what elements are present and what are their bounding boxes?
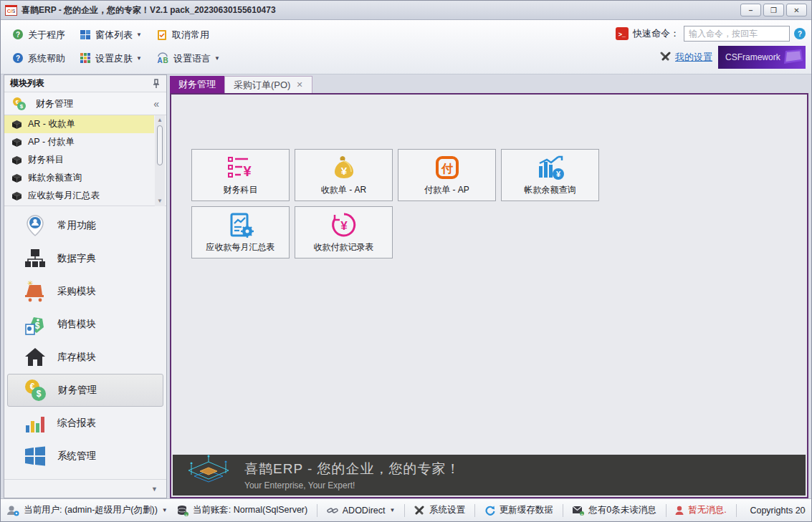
- cube-art-icon: [173, 455, 244, 496]
- close-button[interactable]: ✕: [786, 4, 807, 16]
- current-account[interactable]: + 当前账套: Normal(SqlServer): [177, 504, 307, 516]
- pin-icon[interactable]: [152, 79, 161, 89]
- cube-icon: [11, 191, 22, 201]
- module-item-monthly-summary[interactable]: 应收款每月汇总表: [4, 187, 154, 205]
- svg-text:?: ?: [798, 30, 802, 38]
- banner-title: 喜鹊ERP - 您的企业，您的专家！: [244, 460, 461, 478]
- system-settings[interactable]: 系统设置: [414, 504, 465, 516]
- module-list-scrollbar[interactable]: ▲ ▼: [155, 115, 165, 206]
- tab-finance[interactable]: 财务管理: [170, 76, 224, 93]
- money-bag-icon: ¥: [330, 155, 358, 180]
- svg-text:¥: ¥: [555, 170, 560, 178]
- collapse-button[interactable]: «: [153, 98, 159, 110]
- terminal-icon: >_: [616, 27, 629, 40]
- refresh-cache[interactable]: 更新缓存数据: [484, 504, 553, 516]
- org-chart-icon: [24, 248, 47, 269]
- svg-text:B: B: [163, 57, 168, 64]
- status-bar: 当前用户: (admin-超级用户(勿删))▼ + 当前账套: Normal(S…: [1, 498, 811, 521]
- no-message-status[interactable]: 暂无消息.: [675, 504, 726, 516]
- module-item-accounts[interactable]: 财务科目: [4, 151, 154, 169]
- svg-text:付: 付: [441, 163, 453, 175]
- set-language-button[interactable]: AB 设置语言▼: [151, 49, 226, 68]
- module-item-ar[interactable]: AR - 收款单: [4, 115, 154, 133]
- tile-payment-records[interactable]: ¥ 收款付款记录表: [295, 206, 393, 258]
- skin-icon: [80, 52, 92, 64]
- current-user[interactable]: 当前用户: (admin-超级用户(勿删))▼: [6, 504, 168, 516]
- workspace-panel: ¥ 财务科目 ¥ 收款单 - AR 付 付款单 - AP ¥ 帐款余额查询: [170, 93, 808, 498]
- module-list: AR - 收款单 AP - 付款单 财务科目 账款余额查询 应收款每月汇总表: [4, 115, 166, 206]
- svg-text:+: +: [581, 511, 584, 516]
- close-tab-icon[interactable]: ✕: [296, 80, 302, 90]
- copyright: Copyrights 2006-202: [745, 506, 806, 516]
- tile-finance-accounts[interactable]: ¥ 财务科目: [191, 149, 290, 201]
- quick-command-input[interactable]: [684, 26, 790, 42]
- sidebar-item-purchase[interactable]: ✳ 采购模块: [7, 275, 163, 308]
- scrollbar-thumb[interactable]: [157, 125, 163, 165]
- coins-icon: €$: [11, 97, 27, 111]
- chart-coin-icon: ¥: [536, 155, 565, 180]
- help-circle-icon[interactable]: ?: [794, 28, 806, 39]
- about-icon: ?: [12, 29, 24, 41]
- system-help-button[interactable]: ? 系统帮助: [6, 49, 71, 68]
- svg-text:$: $: [37, 389, 42, 399]
- tile-balance-query[interactable]: ¥ 帐款余额查询: [501, 149, 599, 201]
- sidebar-nav: 常用功能 数据字典 ✳ 采购模块 $ 销售模块 库存模块: [4, 206, 166, 479]
- sidebar-item-reports[interactable]: 综合报表: [7, 407, 163, 440]
- csframework-banner[interactable]: CSFramework: [718, 46, 806, 69]
- tab-purchase-order[interactable]: 采购订单(PO) ✕: [224, 76, 312, 93]
- quick-command-label: 快速命令：: [633, 27, 679, 40]
- svg-text:?: ?: [16, 54, 20, 62]
- help-icon: ?: [12, 52, 24, 64]
- cube-icon: [11, 155, 22, 165]
- window-list-button[interactable]: 窗体列表▼: [74, 26, 148, 44]
- about-button[interactable]: ? 关于程序: [6, 26, 71, 44]
- svg-text:?: ?: [16, 31, 20, 39]
- module-list-header: 模块列表: [4, 75, 166, 92]
- sidebar-item-inventory[interactable]: 库存模块: [7, 341, 163, 374]
- app-logo-icon: C/S: [5, 5, 17, 16]
- bar-chart-icon: [24, 412, 46, 434]
- tile-grid: ¥ 财务科目 ¥ 收款单 - AR 付 付款单 - AP ¥ 帐款余额查询: [191, 149, 621, 258]
- tab-strip: 财务管理 采购订单(PO) ✕: [170, 74, 808, 93]
- banner-subtitle: Your Enterprise, Your Expert!: [244, 480, 461, 490]
- sidebar-item-finance[interactable]: €$ 财务管理: [7, 374, 163, 407]
- list-yen-icon: ¥: [226, 155, 255, 180]
- tile-receipt-ar[interactable]: ¥ 收款单 - AR: [295, 149, 393, 201]
- sidebar-item-sales[interactable]: $ 销售模块: [7, 308, 163, 341]
- cancel-favorite-button[interactable]: 取消常用: [151, 26, 215, 44]
- user-gear-icon: [6, 505, 19, 516]
- svg-text:$: $: [35, 321, 40, 331]
- maximize-button[interactable]: ❐: [763, 4, 784, 16]
- svg-text:>_: >_: [618, 31, 626, 38]
- tile-monthly-summary[interactable]: 应收款每月汇总表: [191, 206, 290, 258]
- my-settings-link[interactable]: 我的设置: [660, 51, 712, 64]
- windows-icon: [24, 446, 46, 466]
- mail-icon: +: [572, 506, 584, 516]
- set-skin-button[interactable]: 设置皮肤▼: [74, 49, 148, 68]
- sidebar-item-system[interactable]: 系统管理: [7, 440, 163, 473]
- laptop-icon: [780, 48, 804, 67]
- module-item-balance-query[interactable]: 账款余额查询: [4, 169, 154, 187]
- main-area: 财务管理 采购订单(PO) ✕ ¥ 财务科目 ¥ 收款单 - AR: [170, 74, 808, 498]
- svg-text:¥: ¥: [243, 163, 252, 179]
- title-bar: C/S 喜鹊ERP - 您的企业，您的专家！V2.1 pack_20230630…: [1, 1, 811, 20]
- sidebar-overflow[interactable]: ▼: [4, 479, 166, 498]
- tools-icon: [414, 506, 425, 516]
- window-title: 喜鹊ERP - 您的企业，您的专家！V2.1 pack_202306301556…: [22, 4, 738, 16]
- tile-payment-ap[interactable]: 付 付款单 - AP: [398, 149, 496, 201]
- sidebar-item-common[interactable]: 常用功能: [7, 209, 163, 242]
- svg-text:¥: ¥: [340, 165, 347, 177]
- connection-mode[interactable]: ADODirect▼: [327, 506, 396, 516]
- person-red-icon: [675, 506, 684, 516]
- minimize-button[interactable]: –: [740, 4, 761, 16]
- unread-messages[interactable]: + 您有0条未读消息: [572, 504, 656, 516]
- link-icon: [327, 506, 338, 516]
- cube-icon: [11, 120, 22, 130]
- cart-icon: ✳: [24, 280, 47, 303]
- cycle-yen-icon: ¥: [330, 211, 358, 238]
- module-item-ap[interactable]: AP - 付款单: [4, 133, 154, 151]
- sidebar-item-dictionary[interactable]: 数据字典: [7, 242, 163, 275]
- svg-text:¥: ¥: [340, 219, 348, 233]
- refresh-icon: [484, 505, 495, 516]
- language-icon: AB: [156, 52, 170, 64]
